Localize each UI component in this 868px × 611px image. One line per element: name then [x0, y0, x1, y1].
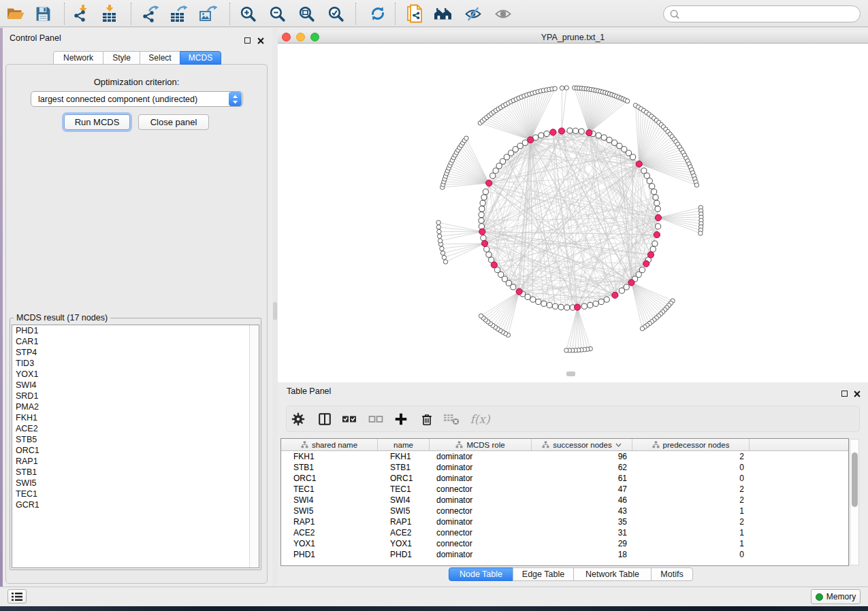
mcds-result-item[interactable]: PHD1	[12, 325, 259, 336]
network-node[interactable]	[639, 267, 645, 273]
tab-style[interactable]: Style	[103, 51, 140, 65]
table-row[interactable]: SWI4SWI4dominator462	[281, 495, 848, 506]
network-graph[interactable]	[278, 44, 868, 382]
table-cell[interactable]: SWI4	[378, 495, 430, 505]
panel-divider-handle[interactable]	[273, 302, 277, 320]
mcds-result-item[interactable]: ACE2	[12, 423, 259, 434]
network-node[interactable]	[479, 206, 485, 212]
table-cell[interactable]: 47	[532, 484, 632, 494]
network-node[interactable]	[486, 252, 492, 257]
network-mcds-node[interactable]	[558, 128, 564, 134]
network-node[interactable]	[581, 303, 587, 309]
table-cell[interactable]: dominator	[430, 550, 532, 559]
tab-network-table[interactable]: Network Table	[573, 567, 652, 581]
table-cell[interactable]: 1	[632, 539, 750, 548]
network-node[interactable]	[567, 128, 573, 133]
mcds-list-scrollbar[interactable]	[249, 325, 259, 567]
mcds-result-item[interactable]: SWI5	[12, 478, 259, 489]
table-cell[interactable]: 62	[532, 463, 632, 472]
network-mcds-node[interactable]	[575, 304, 581, 310]
network-mcds-node[interactable]	[550, 129, 556, 135]
add-column-button[interactable]	[391, 411, 411, 427]
network-node[interactable]	[650, 246, 656, 252]
table-cell[interactable]: 31	[532, 528, 632, 538]
show-all-button[interactable]	[492, 3, 515, 24]
network-from-file-button[interactable]	[403, 3, 426, 24]
export-table-button[interactable]	[167, 3, 190, 24]
network-node[interactable]	[558, 304, 564, 310]
network-node[interactable]	[498, 271, 504, 277]
network-node[interactable]	[564, 305, 570, 310]
run-mcds-button[interactable]: Run MCDS	[64, 114, 130, 130]
column-header-successor-nodes[interactable]: successor nodes	[532, 439, 632, 450]
table-row[interactable]: SWI5SWI5connector431	[281, 506, 848, 516]
export-image-button[interactable]	[196, 3, 219, 24]
network-scrollbar-thumb[interactable]	[566, 371, 575, 376]
table-cell[interactable]: 2	[632, 452, 750, 461]
table-row[interactable]: RAP1RAP1dominator352	[281, 516, 848, 527]
zoom-fit-button[interactable]	[295, 3, 318, 24]
network-canvas[interactable]	[278, 44, 868, 382]
network-node[interactable]	[481, 195, 487, 200]
column-header-mcds-role[interactable]: MCDS role	[430, 439, 532, 450]
network-node[interactable]	[652, 241, 658, 246]
network-leaf-node[interactable]	[694, 183, 698, 187]
network-node[interactable]	[525, 294, 530, 299]
delete-table-button[interactable]	[441, 411, 462, 427]
network-mcds-node[interactable]	[516, 288, 522, 295]
network-leaf-node[interactable]	[553, 86, 557, 90]
network-node[interactable]	[601, 135, 607, 140]
network-mcds-node[interactable]	[481, 240, 487, 246]
network-node[interactable]	[479, 212, 484, 217]
table-cell[interactable]: 2	[632, 484, 750, 494]
table-cell[interactable]: ACE2	[378, 528, 430, 538]
table-row[interactable]: ACE2ACE2connector311	[281, 527, 848, 538]
network-leaf-node[interactable]	[479, 314, 483, 318]
delete-column-button[interactable]	[417, 411, 437, 427]
tab-motifs[interactable]: Motifs	[651, 567, 693, 581]
table-cell[interactable]: connector	[430, 506, 532, 516]
network-node[interactable]	[573, 128, 578, 133]
network-leaf-node[interactable]	[440, 251, 445, 255]
network-leaf-node[interactable]	[625, 99, 629, 103]
network-node[interactable]	[479, 218, 484, 223]
mcds-result-item[interactable]: CAR1	[12, 336, 259, 347]
function-builder-button[interactable]: f(x)	[466, 411, 494, 427]
table-cell[interactable]: 1	[632, 528, 750, 538]
network-mcds-node[interactable]	[647, 252, 654, 258]
network-node[interactable]	[493, 168, 498, 174]
mcds-result-item[interactable]: YOX1	[12, 369, 259, 380]
mcds-result-item[interactable]: ORC1	[12, 445, 259, 456]
network-node[interactable]	[596, 133, 601, 138]
table-cell[interactable]: PHD1	[378, 550, 430, 559]
tab-node-table[interactable]: Node Table	[449, 567, 513, 581]
network-mcds-node[interactable]	[654, 231, 660, 237]
table-cell[interactable]: 43	[532, 506, 632, 516]
table-cell[interactable]: 18	[532, 550, 632, 559]
mcds-result-item[interactable]: PMA2	[12, 401, 259, 412]
zoom-selected-button[interactable]	[324, 3, 347, 24]
table-cell[interactable]: FKH1	[281, 452, 378, 461]
network-node[interactable]	[588, 302, 593, 308]
table-cell[interactable]: SWI5	[281, 506, 378, 516]
tab-network[interactable]: Network	[53, 51, 103, 65]
select-all-button[interactable]	[339, 411, 359, 427]
network-mcds-node[interactable]	[479, 229, 485, 235]
table-cell[interactable]: SWI5	[378, 506, 430, 516]
table-row[interactable]: ORC1ORC1dominator610	[281, 473, 848, 484]
mcds-result-item[interactable]: FKH1	[12, 412, 259, 423]
table-cell[interactable]: 35	[532, 517, 632, 527]
network-leaf-node[interactable]	[698, 231, 703, 235]
network-node[interactable]	[612, 140, 617, 146]
table-row[interactable]: PHD1PHD1dominator180	[281, 549, 848, 560]
table-row[interactable]: YOX1YOX1connector291	[281, 538, 848, 549]
table-cell[interactable]: STB1	[281, 463, 378, 472]
network-leaf-node[interactable]	[437, 234, 441, 238]
import-network-button[interactable]	[69, 3, 93, 24]
close-panel-button[interactable]: Close panel	[138, 114, 209, 130]
network-node[interactable]	[607, 137, 612, 143]
network-node[interactable]	[630, 154, 636, 160]
network-node[interactable]	[652, 189, 657, 195]
control-panel-close-button[interactable]	[257, 35, 264, 47]
mcds-result-item[interactable]: TEC1	[12, 489, 259, 499]
